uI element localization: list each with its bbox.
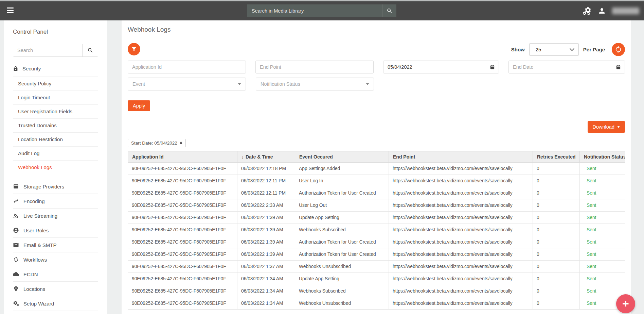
cell-application-id: 90E09252-E685-427C-95DC-F607905E1F0F [128, 199, 237, 212]
cell-notification-status: Sent [580, 261, 625, 273]
sidebar-title: Control Panel [13, 29, 98, 35]
sidebar-item-ecdn[interactable]: ECDN [13, 267, 98, 281]
user-profile-icon[interactable] [598, 7, 606, 15]
refresh-button[interactable] [612, 43, 625, 56]
table-row: 90E09252-E685-427C-95DC-F607905E1F0F06/0… [128, 261, 625, 273]
sidebar-item-label: Locations [23, 286, 45, 292]
setup-gears-icon [13, 300, 19, 307]
sidebar-item-security-policy[interactable]: Security Policy [13, 77, 98, 91]
cell-application-id: 90E09252-E685-427C-95DC-F607905E1F0F [128, 261, 237, 273]
sidebar-item-login-timeout[interactable]: Login Timeout [13, 91, 98, 105]
end-date-calendar-button[interactable] [612, 61, 625, 73]
sidebar-item-user-roles[interactable]: User Roles [13, 223, 98, 237]
download-button[interactable]: Download [588, 121, 625, 133]
end-date-input[interactable] [509, 61, 612, 73]
cell-application-id: 90E09252-E685-427C-95DC-F607905E1F0F [128, 163, 237, 175]
cell-end-point: https://webhookstest.beta.vidizmo.com/ev… [389, 273, 533, 285]
sidebar-item-label: Encoding [23, 198, 45, 204]
event-select[interactable]: Event [128, 78, 246, 90]
sidebar-search-button[interactable] [82, 44, 98, 56]
user-roles-icon [13, 227, 19, 233]
table-row: 90E09252-E685-427C-95DC-F607905E1F0F06/0… [128, 285, 625, 297]
caret-down-icon [366, 83, 369, 85]
cell-end-point: https://webhookstest.beta.vidizmo.com/ev… [389, 224, 533, 236]
column-header-retries-executed[interactable]: Retries Executed [533, 151, 580, 163]
cell-application-id: 90E09252-E685-427C-95DC-F607905E1F0F [128, 212, 237, 224]
end-date-field [508, 61, 625, 73]
application-id-input[interactable] [128, 61, 246, 73]
sidebar-item-workflows[interactable]: Workflows [13, 252, 98, 267]
column-header-application-id[interactable]: Application Id [128, 151, 237, 163]
sidebar-item-encoding[interactable]: Encoding [13, 194, 98, 208]
cell-retries-executed: 0 [533, 212, 580, 224]
column-header-event-occured[interactable]: Event Occured [295, 151, 389, 163]
sidebar-item-location-restriction[interactable]: Location Restriction [13, 133, 98, 147]
sidebar-item-user-registration-fields[interactable]: User Registration Fields [13, 105, 98, 119]
cell-end-point: https://webhookstest.beta.vidizmo.com/ev… [389, 175, 533, 187]
cell-event-occured: Authorization Token for User Created [295, 187, 389, 199]
apply-button[interactable]: Apply [128, 100, 150, 111]
top-edge-strip [0, 0, 644, 1]
cell-retries-executed: 0 [533, 285, 580, 297]
cell-retries-executed: 0 [533, 297, 580, 310]
sidebar-item-label: Live Streaming [23, 213, 57, 219]
start-date-input[interactable] [383, 61, 486, 73]
notification-status-select[interactable]: Notification Status [256, 78, 374, 90]
sidebar-item-email-smtp[interactable]: Email & SMTP [13, 237, 98, 252]
media-library-search-button[interactable] [382, 4, 396, 17]
sidebar-item-locations[interactable]: Locations [13, 281, 98, 296]
cell-event-occured: User Log In [295, 175, 389, 187]
column-header-end-point[interactable]: End Point [389, 151, 533, 163]
download-label: Download [593, 124, 615, 130]
sidebar-item-trusted-domains[interactable]: Trusted Domains [13, 119, 98, 133]
cell-date-time: 06/03/2022 12:11 PM [237, 187, 295, 199]
topbar-right [583, 1, 639, 20]
per-page-select[interactable]: 25 [529, 43, 579, 56]
cell-date-time: 06/03/2022 12:18 PM [237, 163, 295, 175]
filter-button[interactable] [128, 43, 140, 55]
filter-funnel-icon [131, 46, 137, 52]
search-icon [87, 47, 93, 53]
table-row: 90E09252-E685-427C-95DC-F607905E1F0F06/0… [128, 163, 625, 175]
column-header-notification-status[interactable]: Notification Status [580, 151, 625, 163]
media-library-search-input[interactable] [247, 4, 382, 17]
sidebar-item-webhook-logs[interactable]: Webhook Logs [13, 161, 98, 174]
event-select-placeholder: Event [132, 81, 145, 87]
admin-gears-icon[interactable] [583, 6, 592, 16]
cell-notification-status: Sent [580, 236, 625, 248]
table-body: 90E09252-E685-427C-95DC-F607905E1F0F06/0… [128, 163, 625, 310]
username-blurred[interactable] [612, 7, 639, 14]
add-button[interactable]: + [616, 294, 635, 313]
sidebar-item-live-streaming[interactable]: Live Streaming [13, 208, 98, 223]
sidebar-search-input[interactable] [13, 44, 82, 56]
start-date-calendar-button[interactable] [486, 61, 499, 73]
sidebar-item-storage-providers[interactable]: Storage Providers [13, 179, 98, 194]
sidebar-item-audit-log[interactable]: Audit Log [13, 147, 98, 161]
cell-date-time: 06/03/2022 1:39 AM [237, 248, 295, 261]
cell-application-id: 90E09252-E685-427C-95DC-F607905E1F0F [128, 224, 237, 236]
column-header-date-time[interactable]: ↓Date & Time [237, 151, 295, 163]
main-content: Webhook Logs Show 25 Per Page [122, 20, 631, 314]
cell-end-point: https://webhookstest.beta.vidizmo.com/ev… [389, 212, 533, 224]
table-row: 90E09252-E685-427C-95DC-F607905E1F0F06/0… [128, 199, 625, 212]
calendar-icon [490, 65, 495, 70]
search-icon [387, 8, 393, 14]
end-point-input[interactable] [255, 61, 374, 73]
sidebar-item-security[interactable]: Security [13, 64, 98, 77]
cell-end-point: https://webhookstest.beta.vidizmo.com/ev… [389, 248, 533, 261]
cell-event-occured: Webhooks Unsubscribed [295, 297, 389, 310]
location-pin-icon [13, 286, 19, 292]
cell-notification-status: Sent [580, 248, 625, 261]
cell-application-id: 90E09252-E685-427C-95DC-F607905E1F0F [128, 297, 237, 310]
cell-notification-status: Sent [580, 224, 625, 236]
sidebar: Control Panel Security Security PolicyLo… [4, 20, 107, 314]
webhook-logs-table: Application Id↓Date & TimeEvent OccuredE… [128, 151, 625, 310]
cell-end-point: https://webhookstest.beta.vidizmo.com/ev… [389, 236, 533, 248]
cell-event-occured: App Settings Added [295, 163, 389, 175]
cell-date-time: 06/03/2022 1:39 AM [237, 236, 295, 248]
cell-event-occured: Update App Setting [295, 212, 389, 224]
sidebar-item-setup-wizard[interactable]: Setup Wizard [13, 296, 98, 311]
hamburger-menu-icon[interactable] [7, 7, 14, 13]
remove-filter-icon[interactable]: × [180, 140, 182, 146]
caret-down-icon [238, 83, 241, 85]
